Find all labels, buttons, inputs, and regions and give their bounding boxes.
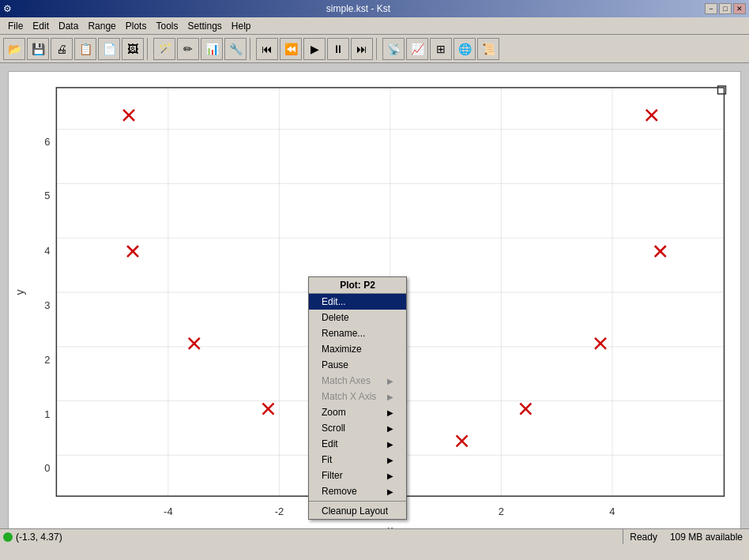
status-memory: 109 MB available xyxy=(670,532,743,543)
ctx-remove-item[interactable]: Remove ▶ xyxy=(309,483,406,499)
menu-item-tools[interactable]: Tools xyxy=(151,19,183,33)
titlebar: ⚙ simple.kst - Kst − □ ✕ xyxy=(0,0,749,17)
ctx-filter-label: Filter xyxy=(322,470,343,481)
ctx-match-x-label: Match X Axis xyxy=(322,391,376,402)
menubar: FileEditDataRangePlotsToolsSettingsHelp xyxy=(0,17,749,35)
status-coords-section: (-1.3, 4.37) xyxy=(0,529,623,544)
ctx-fit-label: Fit xyxy=(322,454,332,465)
svg-text:3: 3 xyxy=(44,299,50,311)
close-button[interactable]: ✕ xyxy=(733,3,746,14)
ctx-separator xyxy=(309,501,406,502)
ctx-remove-label: Remove xyxy=(322,486,357,497)
svg-text:1: 1 xyxy=(44,408,50,420)
toolbar-btn-save[interactable]: 💾 xyxy=(27,38,49,60)
ctx-filter-item[interactable]: Filter ▶ xyxy=(309,468,406,483)
svg-text:0: 0 xyxy=(44,462,50,474)
ctx-delete-label: Delete xyxy=(322,312,349,323)
menu-item-edit[interactable]: Edit xyxy=(28,19,54,33)
ctx-pause-item[interactable]: Pause xyxy=(309,357,406,373)
menu-item-range[interactable]: Range xyxy=(83,19,120,33)
svg-text:4: 4 xyxy=(44,245,50,257)
ctx-maximize-label: Maximize xyxy=(322,344,362,355)
status-indicator xyxy=(3,532,13,542)
svg-text:-4: -4 xyxy=(164,506,173,517)
toolbar-btn-globe[interactable]: 🌐 xyxy=(454,38,476,60)
ctx-scroll-label: Scroll xyxy=(322,423,345,434)
status-right-section: Ready 109 MB available xyxy=(623,532,749,543)
toolbar-btn-scripts[interactable]: 📜 xyxy=(477,38,499,60)
toolbar-separator xyxy=(376,38,379,60)
toolbar-btn-wizard[interactable]: 🪄 xyxy=(153,38,175,60)
ctx-match-axes-label: Match Axes xyxy=(322,375,371,386)
status-ready: Ready xyxy=(630,532,657,543)
toolbar-separator xyxy=(250,38,253,60)
ctx-match-x-axis-item: Match X Axis ▶ xyxy=(309,389,406,404)
ctx-match-x-arrow: ▶ xyxy=(387,393,393,401)
svg-text:2: 2 xyxy=(44,354,50,366)
ctx-remove-arrow: ▶ xyxy=(387,487,393,496)
ctx-cleanup-item[interactable]: Cleanup Layout xyxy=(309,503,406,519)
ctx-match-axes-item: Match Axes ▶ xyxy=(309,373,406,389)
titlebar-icon: ⚙ xyxy=(3,3,12,14)
titlebar-controls[interactable]: − □ ✕ xyxy=(705,3,746,14)
toolbar-btn-export[interactable]: 📄 xyxy=(98,38,120,60)
svg-text:y: y xyxy=(13,290,26,295)
ctx-edit2-arrow: ▶ xyxy=(387,440,393,449)
ctx-scroll-arrow: ▶ xyxy=(387,424,393,433)
toolbar-btn-realtime2[interactable]: 📈 xyxy=(406,38,428,60)
minimize-button[interactable]: − xyxy=(705,3,717,14)
toolbar-btn-matrix[interactable]: ⊞ xyxy=(430,38,452,60)
svg-text:4: 4 xyxy=(609,506,615,517)
context-menu-header: Plot: P2 xyxy=(309,277,406,294)
toolbar-btn-rewind[interactable]: ⏮ xyxy=(256,38,278,60)
ctx-match-axes-arrow: ▶ xyxy=(387,377,393,385)
main-area: -4 -2 0 2 4 0 1 2 xyxy=(0,63,749,544)
toolbar-btn-edit[interactable]: ✏ xyxy=(177,38,199,60)
toolbar-btn-realtime1[interactable]: 📡 xyxy=(382,38,405,60)
toolbar-btn-filter[interactable]: 🔧 xyxy=(224,38,247,60)
ctx-cleanup-label: Cleanup Layout xyxy=(322,506,388,517)
ctx-rename-item[interactable]: Rename... xyxy=(309,325,406,341)
ctx-zoom-arrow: ▶ xyxy=(387,408,393,417)
ctx-fit-arrow: ▶ xyxy=(387,456,393,464)
menu-item-file[interactable]: File xyxy=(3,19,28,33)
status-coordinates: (-1.3, 4.37) xyxy=(16,532,62,543)
ctx-zoom-item[interactable]: Zoom ▶ xyxy=(309,404,406,420)
toolbar-btn-pause[interactable]: ⏸ xyxy=(327,38,349,60)
ctx-pause-label: Pause xyxy=(322,359,348,370)
svg-text:2: 2 xyxy=(499,506,504,517)
toolbar-btn-datasource[interactable]: 📊 xyxy=(201,38,223,60)
maximize-button[interactable]: □ xyxy=(719,3,732,14)
toolbar: 📂💾🖨📋📄🖼🪄✏📊🔧⏮⏪▶⏸⏭📡📈⊞🌐📜 xyxy=(0,35,749,63)
toolbar-btn-back[interactable]: ⏪ xyxy=(280,38,302,60)
context-menu[interactable]: Plot: P2 Edit... Delete Rename... Maximi… xyxy=(308,276,407,520)
ctx-maximize-item[interactable]: Maximize xyxy=(309,341,406,357)
toolbar-btn-open[interactable]: 📂 xyxy=(3,38,25,60)
menu-item-help[interactable]: Help xyxy=(227,19,256,33)
ctx-delete-item[interactable]: Delete xyxy=(309,310,406,325)
ctx-edit-label: Edit... xyxy=(322,296,346,307)
toolbar-btn-forward[interactable]: ⏭ xyxy=(351,38,373,60)
ctx-edit2-label: Edit xyxy=(322,438,338,449)
svg-text:-2: -2 xyxy=(275,506,284,517)
toolbar-btn-image[interactable]: 🖼 xyxy=(122,38,144,60)
menu-item-plots[interactable]: Plots xyxy=(121,19,152,33)
menu-item-settings[interactable]: Settings xyxy=(183,19,226,33)
svg-text:5: 5 xyxy=(44,190,50,201)
toolbar-btn-print[interactable]: 🖨 xyxy=(51,38,73,60)
toolbar-btn-play[interactable]: ▶ xyxy=(303,38,326,60)
ctx-edit2-item[interactable]: Edit ▶ xyxy=(309,436,406,452)
toolbar-btn-copy[interactable]: 📋 xyxy=(74,38,96,60)
ctx-rename-label: Rename... xyxy=(322,328,365,339)
ctx-zoom-label: Zoom xyxy=(322,407,346,418)
ctx-filter-arrow: ▶ xyxy=(387,472,393,480)
ctx-fit-item[interactable]: Fit ▶ xyxy=(309,452,406,468)
toolbar-separator xyxy=(147,38,150,60)
window-title: simple.kst - Kst xyxy=(12,3,705,14)
statusbar: (-1.3, 4.37) Ready 109 MB available xyxy=(0,528,749,544)
svg-text:6: 6 xyxy=(44,136,50,148)
ctx-edit-item[interactable]: Edit... xyxy=(309,294,406,310)
menu-item-data[interactable]: Data xyxy=(54,19,83,33)
ctx-scroll-item[interactable]: Scroll ▶ xyxy=(309,420,406,436)
